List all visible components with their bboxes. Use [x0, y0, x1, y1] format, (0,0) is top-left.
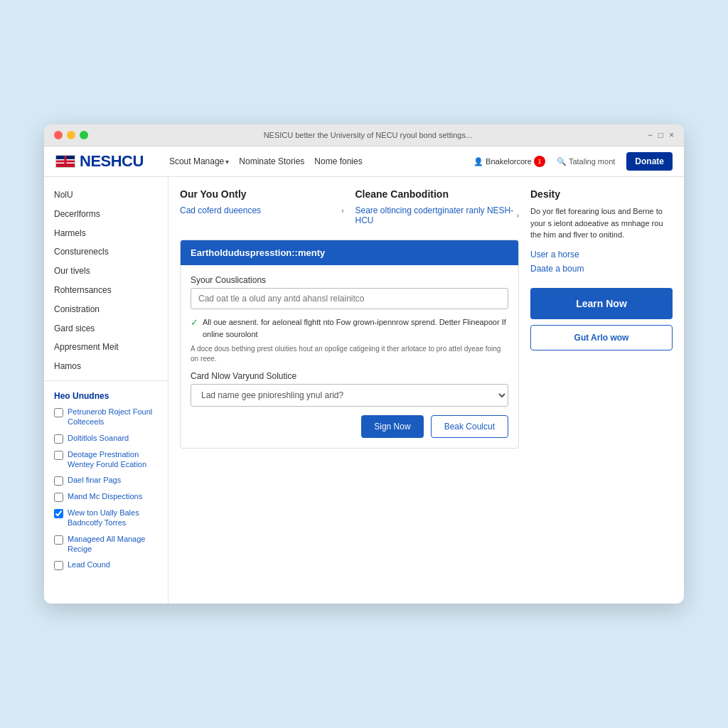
- checkbox-lead[interactable]: [54, 561, 63, 570]
- close-button[interactable]: [54, 131, 63, 139]
- maximize-button[interactable]: [80, 131, 88, 139]
- sidebar-item-petrunerob[interactable]: Petrunerob Roject Founl Colteceels: [44, 404, 168, 430]
- logo-flag: [55, 155, 75, 168]
- sidebar-item-lead[interactable]: Lead Cound: [44, 557, 168, 573]
- nav-scout-manage[interactable]: Scout Manage ▾: [169, 156, 229, 166]
- user-icon: 👤: [473, 157, 483, 166]
- col-cleane-canbodition: Cleane Canbodition Seare oltincing coder…: [355, 188, 520, 230]
- sidebar-item-doltitlols[interactable]: Doltitlols Soanard: [44, 430, 168, 446]
- search-button[interactable]: 🔍 Tataling mont: [551, 154, 621, 169]
- col-our-you-ontly: Our You Ontly Cad coferd dueences ›: [180, 188, 344, 230]
- form-card: Eartholduduspresstion::menty Syour Cousl…: [180, 240, 519, 449]
- sidebar-item-rohternsances[interactable]: Rohternsances: [44, 281, 168, 300]
- browser-title: NESICU better the University of NECU ryo…: [95, 131, 641, 139]
- col2-link-row: Seare oltincing codertginater ranly NESH…: [355, 205, 520, 225]
- sidebar-item-appresmentmeit[interactable]: Appresment Meit: [44, 338, 168, 357]
- minimize-icon[interactable]: −: [648, 130, 653, 140]
- cta-buttons: Learn Now Gut Arlo wow: [530, 288, 673, 350]
- col1-link[interactable]: Cad coferd dueences: [180, 205, 261, 215]
- sidebar-item-daelfinar[interactable]: Dael finar Pags: [44, 472, 168, 488]
- form-select[interactable]: Lad name gee pnioreshling ynul arid?: [191, 384, 508, 407]
- user-account[interactable]: 👤 Bnakelorcore 1: [473, 156, 545, 167]
- checkbox-deotage[interactable]: [54, 451, 63, 460]
- checkbox-wew[interactable]: [54, 509, 63, 518]
- checkbox-daelfinar[interactable]: [54, 476, 63, 486]
- hint-text: A doce dous bething prest oluities hout …: [191, 344, 508, 364]
- sidebar-item-consturenecls[interactable]: Consturenecls: [44, 242, 168, 262]
- sidebar-item-ourtivels[interactable]: Our tivels: [44, 262, 168, 281]
- form-actions: Sign Now Beak Coulcut: [191, 415, 508, 438]
- sidebar-item-conistration[interactable]: Conistration: [44, 300, 168, 319]
- close-icon[interactable]: ×: [669, 130, 674, 140]
- col3-description: Do yor flet forearing lous and Berne to …: [530, 205, 673, 241]
- check-item: ✓ All oue aesnent. for aeloneal flghtt n…: [191, 316, 508, 340]
- right-column: Desity Do yor flet forearing lous and Be…: [530, 188, 673, 592]
- form-body: Syour Couslications ✓ All oue aesnent. f…: [181, 265, 518, 448]
- col2-link[interactable]: Seare oltincing codertginater ranly NESH…: [355, 205, 517, 225]
- sidebar-item-harmels[interactable]: Harmels: [44, 224, 168, 243]
- minimize-button[interactable]: [67, 131, 75, 139]
- nav-nominate-stories[interactable]: Nominate Stories: [239, 156, 304, 166]
- form-header: Eartholduduspresstion::menty: [181, 240, 518, 265]
- sidebar-item-manageed[interactable]: Manageed All Manage Recige: [44, 531, 168, 557]
- sidebar: NolU Decerlforms Harmels Consturenecls O…: [44, 177, 168, 604]
- dropdown-label: Card Nlow Varyund Solutice: [191, 371, 508, 381]
- check-circle-icon: ✓: [191, 317, 198, 328]
- sidebar-item-decerlforms[interactable]: Decerlforms: [44, 205, 168, 224]
- sign-now-button[interactable]: Sign Now: [361, 415, 423, 438]
- sidebar-item-hamos[interactable]: Hamos: [44, 357, 168, 376]
- notification-badge: 1: [534, 156, 545, 167]
- browser-window: NESICU better the University of NECU ryo…: [44, 124, 684, 604]
- nav-links: Scout Manage ▾ Nominate Stories Nome fon…: [169, 156, 462, 166]
- sidebar-section-title: Heo Unudnes: [44, 385, 168, 404]
- col2-chevron-icon: ›: [517, 212, 519, 220]
- sidebar-item-deotage[interactable]: Deotage Prestnation Wentey Foruld Ecatio…: [44, 446, 168, 473]
- col1-chevron-icon: ›: [341, 207, 343, 215]
- top-nav: NESHCU Scout Manage ▾ Nominate Stories N…: [44, 146, 684, 177]
- main-layout: NolU Decerlforms Harmels Consturenecls O…: [44, 177, 684, 604]
- col1-title: Our You Ontly: [180, 188, 344, 200]
- col3-link1[interactable]: User a horse: [530, 250, 673, 259]
- title-bar: NESICU better the University of NECU ryo…: [44, 124, 684, 146]
- consultations-label: Syour Couslications: [191, 275, 508, 285]
- consultations-input[interactable]: [191, 288, 508, 309]
- center-column: Our You Ontly Cad coferd dueences › Clea…: [180, 188, 519, 592]
- window-controls: − □ ×: [648, 130, 674, 140]
- checkbox-doltitlols[interactable]: [54, 434, 63, 444]
- checkbox-manageed[interactable]: [54, 535, 63, 545]
- learn-now-button[interactable]: Learn Now: [530, 288, 673, 319]
- columns-top: Our You Ontly Cad coferd dueences › Clea…: [180, 188, 519, 230]
- sidebar-item-nolu[interactable]: NolU: [44, 186, 168, 205]
- textarea-content: All oue aesnent. for aeloneal flghtt nto…: [203, 316, 508, 340]
- col1-link-row: Cad coferd dueences ›: [180, 205, 344, 215]
- restore-icon[interactable]: □: [658, 130, 663, 140]
- checkbox-mand[interactable]: [54, 493, 63, 502]
- sidebar-item-mand[interactable]: Mand Mc Dispections: [44, 488, 168, 505]
- col2-title: Cleane Canbodition: [355, 188, 520, 200]
- traffic-lights: [54, 131, 88, 139]
- chevron-down-icon: ▾: [225, 158, 229, 166]
- get-advice-button[interactable]: Gut Arlo wow: [530, 325, 673, 350]
- checkbox-petrunerob[interactable]: [54, 408, 63, 417]
- nav-nome-fonies[interactable]: Nome fonies: [314, 156, 362, 166]
- sidebar-item-wew[interactable]: Wew ton Ually Bales Badncotfy Torres: [44, 505, 168, 531]
- content-area: Our You Ontly Cad coferd dueences › Clea…: [168, 177, 684, 604]
- donate-button[interactable]: Donate: [626, 152, 673, 171]
- logo-text: NESHCU: [80, 152, 144, 171]
- dropdown-row: Lad name gee pnioreshling ynul arid?: [191, 384, 508, 407]
- col3-link2[interactable]: Daate a boum: [530, 264, 673, 274]
- sidebar-item-gardsices[interactable]: Gard sices: [44, 319, 168, 338]
- logo-area: NESHCU: [55, 152, 144, 171]
- search-icon: 🔍: [557, 157, 567, 166]
- col3-title: Desity: [530, 188, 673, 200]
- contact-button[interactable]: Beak Coulcut: [431, 415, 508, 438]
- nav-actions: 👤 Bnakelorcore 1 🔍 Tataling mont Donate: [473, 152, 673, 171]
